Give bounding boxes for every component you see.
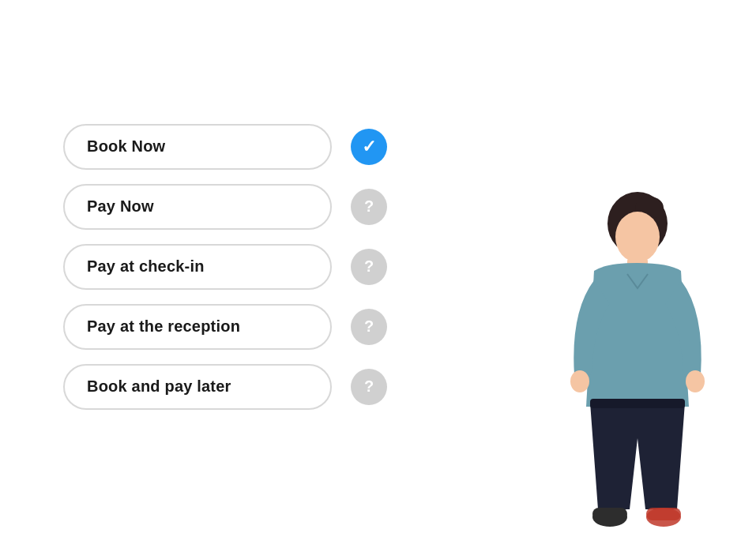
option-pill-book-now[interactable]: Book Now	[63, 124, 332, 170]
option-row-pay-reception: Pay at the reception?	[63, 304, 387, 350]
question-icon: ?	[364, 317, 374, 336]
option-label-pay-check-in: Pay at check-in	[87, 257, 205, 276]
svg-rect-9	[646, 508, 681, 520]
option-icon-pay-reception[interactable]: ?	[351, 309, 387, 345]
option-pill-pay-check-in[interactable]: Pay at check-in	[63, 244, 332, 290]
option-row-pay-now: Pay Now?	[63, 184, 387, 230]
checkmark-icon: ✓	[362, 137, 376, 157]
option-row-book-now: Book Now✓	[63, 124, 387, 170]
option-icon-book-now[interactable]: ✓	[351, 129, 387, 165]
options-list: Book Now✓Pay Now?Pay at check-in?Pay at …	[63, 124, 387, 410]
svg-point-5	[686, 370, 705, 392]
person-illustration	[535, 170, 709, 533]
option-pill-pay-reception[interactable]: Pay at the reception	[63, 304, 332, 350]
svg-point-4	[570, 370, 589, 392]
option-icon-pay-check-in[interactable]: ?	[351, 249, 387, 285]
option-row-book-pay-later: Book and pay later?	[63, 364, 387, 410]
option-pill-pay-now[interactable]: Pay Now	[63, 184, 332, 230]
svg-rect-7	[592, 508, 627, 520]
svg-point-2	[615, 212, 660, 262]
question-icon: ?	[364, 377, 374, 396]
main-container: Book Now✓Pay Now?Pay at check-in?Pay at …	[0, 0, 756, 533]
svg-rect-10	[590, 399, 685, 408]
question-icon: ?	[364, 197, 374, 216]
option-row-pay-check-in: Pay at check-in?	[63, 244, 387, 290]
option-pill-book-pay-later[interactable]: Book and pay later	[63, 364, 332, 410]
option-icon-book-pay-later[interactable]: ?	[351, 369, 387, 405]
option-label-pay-now: Pay Now	[87, 197, 154, 216]
option-label-book-pay-later: Book and pay later	[87, 377, 231, 396]
option-label-book-now: Book Now	[87, 137, 165, 156]
question-icon: ?	[364, 257, 374, 276]
option-label-pay-reception: Pay at the reception	[87, 317, 240, 336]
option-icon-pay-now[interactable]: ?	[351, 189, 387, 225]
